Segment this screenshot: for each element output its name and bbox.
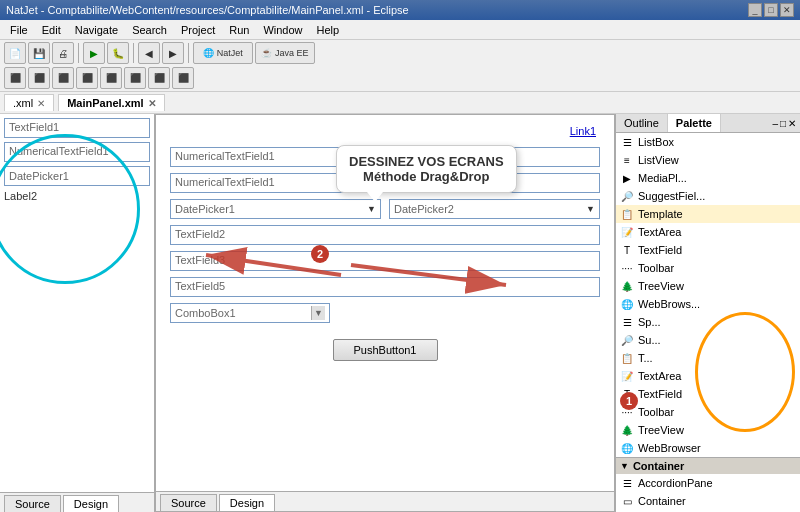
palette-suggestfield[interactable]: 🔎 SuggestFiel... <box>616 187 800 205</box>
form-row-5: TextField3 <box>170 251 600 271</box>
palette-toolbar2[interactable]: ···· Toolbar <box>616 403 800 421</box>
palette-treeview-label: TreeView <box>638 280 684 292</box>
toolbar-extra5[interactable]: ⬛ <box>100 67 122 89</box>
container-section[interactable]: ▼ Container <box>616 457 800 474</box>
toolbar-extra1[interactable]: ⬛ <box>4 67 26 89</box>
palette-sp[interactable]: ☰ Sp... <box>616 313 800 331</box>
run-btn[interactable]: ▶ <box>83 42 105 64</box>
toolbar-extra4[interactable]: ⬛ <box>76 67 98 89</box>
left-bottom-tabs: Source Design <box>0 492 154 512</box>
palette-toolbar[interactable]: ···· Toolbar <box>616 259 800 277</box>
debug-btn[interactable]: 🐛 <box>107 42 129 64</box>
palette-textfield2[interactable]: T TextField <box>616 385 800 403</box>
save-btn[interactable]: 💾 <box>28 42 50 64</box>
menu-edit[interactable]: Edit <box>36 22 67 38</box>
left-textfield1[interactable]: TextField1 <box>4 118 150 138</box>
forward-btn[interactable]: ▶ <box>162 42 184 64</box>
palette-tab[interactable]: Palette <box>668 114 721 132</box>
right-panel: 1 Outline Palette – □ ✕ ☰ ListBox <box>615 114 800 512</box>
menu-help[interactable]: Help <box>311 22 346 38</box>
mediapl-icon: ▶ <box>620 171 634 185</box>
menu-file[interactable]: File <box>4 22 34 38</box>
t-icon: 📋 <box>620 351 634 365</box>
print-btn[interactable]: 🖨 <box>52 42 74 64</box>
menu-project[interactable]: Project <box>175 22 221 38</box>
panel-minimize-btn[interactable]: – <box>772 118 778 129</box>
palette-textfield[interactable]: T TextField <box>616 241 800 259</box>
palette-webbrowser-label: WebBrows... <box>638 298 700 310</box>
palette-treeview2[interactable]: 🌲 TreeView <box>616 421 800 439</box>
window-controls[interactable]: _ □ ✕ <box>748 3 794 17</box>
toolbar-extra7[interactable]: ⬛ <box>148 67 170 89</box>
toolbar-extra8[interactable]: ⬛ <box>172 67 194 89</box>
maximize-btn[interactable]: □ <box>764 3 778 17</box>
new-btn[interactable]: 📄 <box>4 42 26 64</box>
sep3 <box>188 43 189 63</box>
back-btn[interactable]: ◀ <box>138 42 160 64</box>
palette-treeview[interactable]: 🌲 TreeView <box>616 277 800 295</box>
palette-textarea2[interactable]: 📝 TextArea <box>616 367 800 385</box>
left-numericaltextfield1[interactable]: NumericalTextField1 <box>4 142 150 162</box>
natjet-perspective[interactable]: 🌐 NatJet <box>193 42 253 64</box>
palette-mediapl[interactable]: ▶ MediaPl... <box>616 169 800 187</box>
palette-toolbar2-label: Toolbar <box>638 406 674 418</box>
palette-listbox[interactable]: ☰ ListBox <box>616 133 800 151</box>
menu-window[interactable]: Window <box>257 22 308 38</box>
canvas-textfield5[interactable]: TextField5 <box>170 277 600 297</box>
javaee-perspective[interactable]: ☕ Java EE <box>255 42 315 64</box>
canvas-area[interactable]: DESSINEZ VOS ECRANS Méthode Drag&Drop 2 <box>155 114 615 512</box>
canvas-datepicker2[interactable]: DatePicker2▼ <box>389 199 600 219</box>
palette-textarea[interactable]: 📝 TextArea <box>616 223 800 241</box>
canvas-textfield2[interactable]: TextField2 <box>170 225 600 245</box>
push-button1[interactable]: PushButton1 <box>333 339 438 361</box>
palette-webbrowser[interactable]: 🌐 WebBrows... <box>616 295 800 313</box>
canvas-combobox1[interactable]: ComboBox1 ▼ <box>170 303 330 323</box>
toolbar-extra3[interactable]: ⬛ <box>52 67 74 89</box>
menu-search[interactable]: Search <box>126 22 173 38</box>
palette-container-label: Container <box>638 495 686 507</box>
menu-navigate[interactable]: Navigate <box>69 22 124 38</box>
palette-t[interactable]: 📋 T... <box>616 349 800 367</box>
tab-xml-close[interactable]: ✕ <box>37 98 45 109</box>
menu-bar: File Edit Navigate Search Project Run Wi… <box>0 20 800 40</box>
palette-listview[interactable]: ≡ ListView <box>616 151 800 169</box>
canvas-datepicker1[interactable]: DatePicker1▼ <box>170 199 381 219</box>
palette-container[interactable]: ▭ Container <box>616 492 800 510</box>
palette-treeview2-label: TreeView <box>638 424 684 436</box>
source-tab-left[interactable]: Source <box>4 495 61 512</box>
title-text: NatJet - Comptabilite/WebContent/resourc… <box>6 4 409 16</box>
panel-close-btn[interactable]: ✕ <box>788 118 796 129</box>
menu-run[interactable]: Run <box>223 22 255 38</box>
minimize-btn[interactable]: _ <box>748 3 762 17</box>
toolbar-icon: ···· <box>620 261 634 275</box>
palette-template[interactable]: 📋 Template <box>616 205 800 223</box>
palette-web2[interactable]: 🌐 WebBrowser <box>616 439 800 457</box>
palette-su[interactable]: 🔎 Su... <box>616 331 800 349</box>
design-tab-left[interactable]: Design <box>63 495 119 512</box>
badge-2: 2 <box>311 245 329 263</box>
sep2 <box>133 43 134 63</box>
web2-icon: 🌐 <box>620 441 634 455</box>
toolbar-extra2[interactable]: ⬛ <box>28 67 50 89</box>
palette-accordionpane[interactable]: ☰ AccordionPane <box>616 474 800 492</box>
badge-1-container: 1 <box>620 392 638 410</box>
container-section-label: Container <box>633 460 684 472</box>
canvas-textfield3[interactable]: TextField3 <box>170 251 600 271</box>
close-btn[interactable]: ✕ <box>780 3 794 17</box>
toolbar-extra6[interactable]: ⬛ <box>124 67 146 89</box>
design-tab-canvas[interactable]: Design <box>219 494 275 511</box>
left-panel-content: TextField1 NumericalTextField1 DatePicke… <box>0 114 154 512</box>
left-datepicker1[interactable]: DatePicker1 <box>4 166 150 186</box>
speech-line1: DESSINEZ VOS ECRANS <box>349 154 504 169</box>
palette-t-label: T... <box>638 352 653 364</box>
link1[interactable]: Link1 <box>570 125 596 137</box>
outline-tab[interactable]: Outline <box>616 114 668 132</box>
badge-1: 1 <box>620 392 638 410</box>
source-tab-canvas[interactable]: Source <box>160 494 217 511</box>
tab-mainpanel[interactable]: MainPanel.xml ✕ <box>58 94 164 111</box>
toolbar-area: 📄 💾 🖨 ▶ 🐛 ◀ ▶ 🌐 NatJet ☕ Java EE ⬛ ⬛ ⬛ ⬛… <box>0 40 800 92</box>
panel-detach-btn[interactable]: □ <box>780 118 786 129</box>
tab-xml[interactable]: .xml ✕ <box>4 94 54 111</box>
tab-mainpanel-close[interactable]: ✕ <box>148 98 156 109</box>
listview-icon: ≡ <box>620 153 634 167</box>
